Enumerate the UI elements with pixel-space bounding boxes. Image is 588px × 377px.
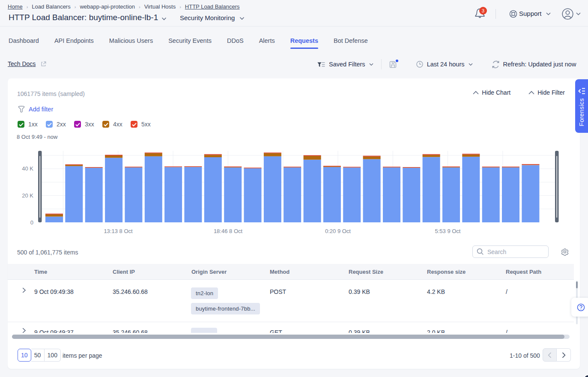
svg-text:20 K: 20 K: [22, 192, 33, 199]
svg-text:40 K: 40 K: [22, 165, 33, 172]
svg-text:0: 0: [30, 219, 33, 226]
svg-text:0:20 9 Oct: 0:20 9 Oct: [325, 228, 351, 234]
svg-text:13:13 8 Oct: 13:13 8 Oct: [104, 228, 133, 234]
svg-text:18:46 8 Oct: 18:46 8 Oct: [214, 228, 243, 234]
svg-text:5:53 9 Oct: 5:53 9 Oct: [435, 228, 461, 234]
